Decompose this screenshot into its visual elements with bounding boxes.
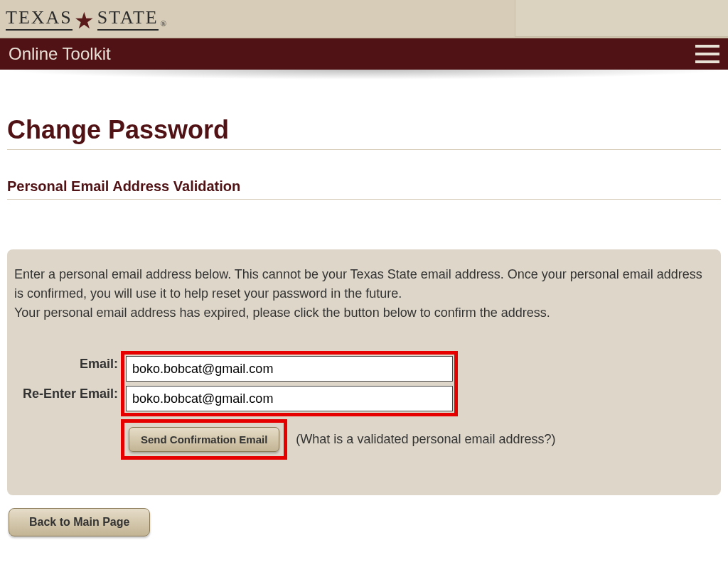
registered-mark: ®: [161, 19, 168, 28]
site-logo[interactable]: TEXAS ★ STATE ®: [6, 7, 168, 31]
email-validation-panel: Enter a personal email address below. Th…: [7, 249, 721, 495]
top-banner: TEXAS ★ STATE ®: [0, 0, 728, 38]
back-to-main-button[interactable]: Back to Main Page: [9, 508, 150, 536]
main-content: Change Password Personal Email Address V…: [0, 80, 728, 544]
email-form: Email: Re-Enter Email: Send Confirmation…: [14, 351, 556, 460]
app-bar: Online Toolkit: [0, 38, 728, 70]
send-confirmation-button[interactable]: Send Confirmation Email: [129, 427, 279, 452]
instruction-line-1: Enter a personal email address below. Th…: [14, 267, 702, 301]
reenter-email-field[interactable]: [126, 386, 453, 411]
logo-text-right: STATE: [97, 7, 159, 31]
shadow-divider: [0, 70, 728, 80]
app-title: Online Toolkit: [9, 44, 111, 64]
email-label: Email:: [14, 351, 121, 377]
reenter-email-label: Re-Enter Email:: [14, 381, 121, 406]
logo-text-left: TEXAS: [6, 7, 73, 31]
button-row: Send Confirmation Email (What is a valid…: [14, 419, 556, 460]
instruction-line-2: Your personal email address has expired,…: [14, 306, 550, 320]
highlight-box-inputs: [121, 351, 458, 416]
top-right-panel: [515, 0, 728, 37]
email-field[interactable]: [126, 356, 453, 382]
help-link[interactable]: (What is a validated personal email addr…: [296, 432, 555, 447]
section-title: Personal Email Address Validation: [7, 178, 721, 200]
panel-instructions: Enter a personal email address below. Th…: [14, 265, 714, 323]
page-title: Change Password: [7, 115, 721, 150]
highlight-box-button: Send Confirmation Email: [121, 419, 287, 460]
hamburger-menu-icon[interactable]: [695, 45, 719, 63]
